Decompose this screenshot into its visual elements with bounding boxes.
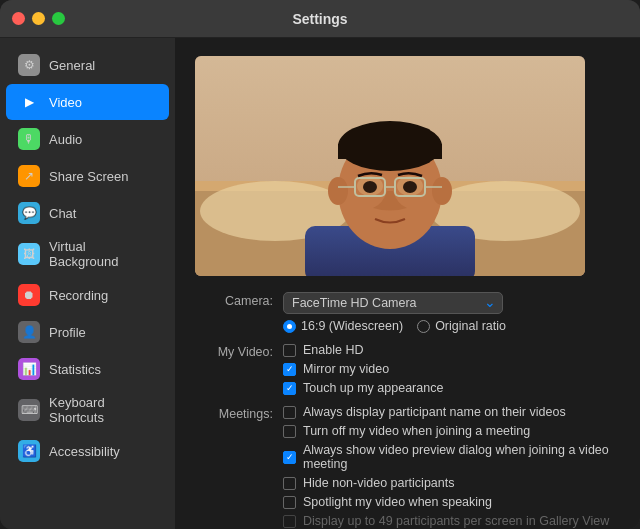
- settings-window: Settings ⚙General▶Video🎙Audio↗Share Scre…: [0, 0, 640, 529]
- sidebar-icon-recording: ⏺: [18, 284, 40, 306]
- sidebar-item-audio[interactable]: 🎙Audio: [6, 121, 169, 157]
- camera-label: Camera:: [195, 292, 273, 308]
- spotlight-checkbox[interactable]: [283, 496, 296, 509]
- sidebar-icon-chat: 💬: [18, 202, 40, 224]
- display-name-checkbox[interactable]: [283, 406, 296, 419]
- my-video-label: My Video:: [195, 343, 273, 359]
- meetings-controls: Always display participant name on their…: [283, 405, 620, 528]
- sidebar-item-general[interactable]: ⚙General: [6, 47, 169, 83]
- mirror-video-label: Mirror my video: [303, 362, 389, 376]
- gallery-view-checkbox: [283, 515, 296, 528]
- svg-point-11: [328, 177, 348, 205]
- enable-hd-checkbox[interactable]: [283, 344, 296, 357]
- sidebar: ⚙General▶Video🎙Audio↗Share Screen💬Chat🖼V…: [0, 38, 175, 529]
- sidebar-label-keyboard-shortcuts: Keyboard Shortcuts: [49, 395, 157, 425]
- mirror-video-checkbox[interactable]: [283, 363, 296, 376]
- sidebar-icon-keyboard-shortcuts: ⌨: [18, 399, 40, 421]
- sidebar-icon-statistics: 📊: [18, 358, 40, 380]
- radio-original[interactable]: Original ratio: [417, 319, 506, 333]
- camera-row: Camera: FaceTime HD Camera 16:9 (Widescr…: [195, 292, 620, 333]
- camera-select-wrapper[interactable]: FaceTime HD Camera: [283, 292, 503, 314]
- hide-non-video-checkbox[interactable]: [283, 477, 296, 490]
- meetings-label: Meetings:: [195, 405, 273, 421]
- aspect-ratio-group: 16:9 (Widescreen) Original ratio: [283, 319, 620, 333]
- touch-up-label: Touch up my appearance: [303, 381, 443, 395]
- show-preview-label: Always show video preview dialog when jo…: [303, 443, 620, 471]
- sidebar-icon-share-screen: ↗: [18, 165, 40, 187]
- close-button[interactable]: [12, 12, 25, 25]
- enable-hd-label: Enable HD: [303, 343, 363, 357]
- gallery-view-label: Display up to 49 participants per screen…: [303, 514, 609, 528]
- sidebar-item-share-screen[interactable]: ↗Share Screen: [6, 158, 169, 194]
- show-preview-checkbox[interactable]: [283, 451, 296, 464]
- sidebar-item-virtual-background[interactable]: 🖼Virtual Background: [6, 232, 169, 276]
- sidebar-item-statistics[interactable]: 📊Statistics: [6, 351, 169, 387]
- radio-original-label: Original ratio: [435, 319, 506, 333]
- radio-widescreen[interactable]: 16:9 (Widescreen): [283, 319, 403, 333]
- touch-up-checkbox[interactable]: [283, 382, 296, 395]
- sidebar-item-profile[interactable]: 👤Profile: [6, 314, 169, 350]
- sidebar-label-accessibility: Accessibility: [49, 444, 120, 459]
- sidebar-icon-virtual-background: 🖼: [18, 243, 40, 265]
- camera-select-row: FaceTime HD Camera: [283, 292, 620, 314]
- my-video-row: My Video: Enable HD Mirror my video Touc…: [195, 343, 620, 395]
- traffic-lights: [12, 12, 65, 25]
- sidebar-item-chat[interactable]: 💬Chat: [6, 195, 169, 231]
- video-preview-inner: [195, 56, 585, 276]
- turn-off-video-checkbox[interactable]: [283, 425, 296, 438]
- sidebar-icon-audio: 🎙: [18, 128, 40, 150]
- sidebar-label-statistics: Statistics: [49, 362, 101, 377]
- radio-original-circle: [417, 320, 430, 333]
- show-preview-item[interactable]: Always show video preview dialog when jo…: [283, 443, 620, 471]
- sidebar-icon-video: ▶: [18, 91, 40, 113]
- svg-point-20: [363, 181, 377, 193]
- sidebar-label-audio: Audio: [49, 132, 82, 147]
- sidebar-label-virtual-background: Virtual Background: [49, 239, 157, 269]
- camera-select[interactable]: FaceTime HD Camera: [283, 292, 503, 314]
- minimize-button[interactable]: [32, 12, 45, 25]
- sidebar-label-chat: Chat: [49, 206, 76, 221]
- meetings-row: Meetings: Always display participant nam…: [195, 405, 620, 528]
- camera-controls: FaceTime HD Camera 16:9 (Widescreen) Ori…: [283, 292, 620, 333]
- sidebar-item-keyboard-shortcuts[interactable]: ⌨Keyboard Shortcuts: [6, 388, 169, 432]
- my-video-controls: Enable HD Mirror my video Touch up my ap…: [283, 343, 620, 395]
- sidebar-label-general: General: [49, 58, 95, 73]
- sidebar-label-recording: Recording: [49, 288, 108, 303]
- content-area: ⚙General▶Video🎙Audio↗Share Screen💬Chat🖼V…: [0, 38, 640, 529]
- sidebar-label-share-screen: Share Screen: [49, 169, 129, 184]
- sidebar-label-profile: Profile: [49, 325, 86, 340]
- hide-non-video-label: Hide non-video participants: [303, 476, 454, 490]
- turn-off-video-label: Turn off my video when joining a meeting: [303, 424, 530, 438]
- maximize-button[interactable]: [52, 12, 65, 25]
- turn-off-video-item[interactable]: Turn off my video when joining a meeting: [283, 424, 620, 438]
- window-title: Settings: [292, 11, 347, 27]
- display-name-item[interactable]: Always display participant name on their…: [283, 405, 620, 419]
- sidebar-icon-accessibility: ♿: [18, 440, 40, 462]
- titlebar: Settings: [0, 0, 640, 38]
- display-name-label: Always display participant name on their…: [303, 405, 566, 419]
- sidebar-label-video: Video: [49, 95, 82, 110]
- enable-hd-item[interactable]: Enable HD: [283, 343, 620, 357]
- spotlight-item[interactable]: Spotlight my video when speaking: [283, 495, 620, 509]
- sidebar-icon-profile: 👤: [18, 321, 40, 343]
- main-panel: Camera: FaceTime HD Camera 16:9 (Widescr…: [175, 38, 640, 529]
- touch-up-item[interactable]: Touch up my appearance: [283, 381, 620, 395]
- svg-point-21: [403, 181, 417, 193]
- svg-rect-10: [338, 144, 442, 159]
- hide-non-video-item[interactable]: Hide non-video participants: [283, 476, 620, 490]
- sidebar-item-accessibility[interactable]: ♿Accessibility: [6, 433, 169, 469]
- svg-point-12: [432, 177, 452, 205]
- gallery-view-item: Display up to 49 participants per screen…: [283, 514, 620, 528]
- spotlight-label: Spotlight my video when speaking: [303, 495, 492, 509]
- sidebar-item-recording[interactable]: ⏺Recording: [6, 277, 169, 313]
- radio-widescreen-label: 16:9 (Widescreen): [301, 319, 403, 333]
- sidebar-item-video[interactable]: ▶Video: [6, 84, 169, 120]
- radio-widescreen-circle: [283, 320, 296, 333]
- mirror-video-item[interactable]: Mirror my video: [283, 362, 620, 376]
- video-preview: [195, 56, 585, 276]
- sidebar-icon-general: ⚙: [18, 54, 40, 76]
